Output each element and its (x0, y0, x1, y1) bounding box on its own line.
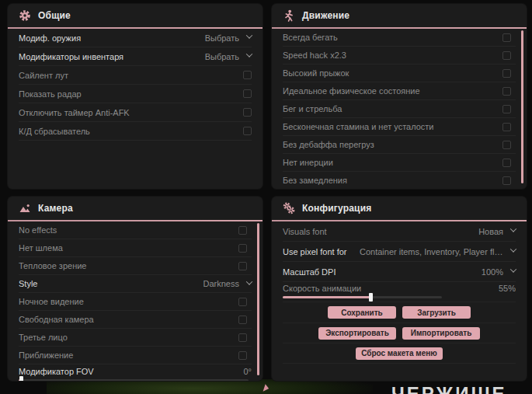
no-helmet-checkbox[interactable] (238, 244, 247, 253)
reset-menu-layout-button[interactable]: Сброс макета меню (356, 347, 443, 360)
visuals-font-dropdown[interactable]: Новая (478, 227, 516, 236)
setting-label: Модификаторы инвентаря (19, 52, 123, 61)
setting-row-third-person[interactable]: Третье лицо (19, 329, 252, 347)
inventory-mods-dropdown[interactable]: Выбрать (205, 52, 252, 61)
chevron-down-icon (246, 51, 252, 57)
speed-hack-checkbox[interactable] (502, 51, 511, 60)
save-load-row: Сохранить Загрузить (283, 302, 516, 323)
panel-camera-body: No effects Нет шлема Тепловое зрение Sty… (8, 221, 263, 381)
perfect-condition-checkbox[interactable] (502, 87, 511, 96)
setting-row-no-slowdown[interactable]: Без замедления (283, 172, 516, 189)
setting-row-speed-hack[interactable]: Speed hack x2.3 (283, 47, 516, 65)
fov-slider-handle[interactable] (19, 376, 23, 381)
setting-row-style[interactable]: Style Darkness (19, 275, 252, 293)
chevron-down-icon (510, 225, 516, 232)
panel-title: Общие (38, 10, 71, 21)
reset-layout-row: Сброс макета меню (283, 343, 516, 364)
always-run-checkbox[interactable] (502, 33, 511, 42)
setting-label: Speed hack x2.3 (283, 51, 346, 60)
dpi-scale-dropdown[interactable]: 100% (482, 267, 516, 277)
no-overload-debuff-checkbox[interactable] (502, 141, 511, 149)
setting-label: Нет шлема (19, 243, 63, 253)
setting-label: Отключить таймер Anti-AFK (19, 108, 130, 117)
setting-row-show-radar[interactable]: Показать радар (19, 85, 252, 103)
setting-row-infinite-stamina[interactable]: Бесконечная стамина и нет усталости (283, 118, 516, 136)
cooldown-reset-checkbox[interactable] (243, 127, 252, 135)
panel-general-body: Модиф. оружия Выбрать Модификаторы инвен… (8, 29, 263, 141)
run-and-shoot-checkbox[interactable] (502, 105, 511, 113)
panel-movement-header: Движение (272, 4, 527, 27)
setting-row-no-overload-debuff[interactable]: Без дебаффа перегруз (283, 136, 516, 154)
silent-loot-checkbox[interactable] (243, 71, 252, 79)
gears-icon (283, 202, 295, 214)
import-button[interactable]: Импортировать (402, 327, 480, 340)
style-dropdown[interactable]: Darkness (203, 279, 252, 288)
fov-slider[interactable] (19, 379, 249, 381)
setting-label: Модификатор FOV (19, 367, 94, 376)
setting-label: Use pixel font for (283, 247, 347, 256)
panel-movement: Движение Всегда бегать Speed hack x2.3 В… (272, 4, 527, 189)
setting-row-always-run[interactable]: Всегда бегать (283, 29, 516, 47)
setting-label: Масштаб DPI (283, 267, 336, 277)
setting-row-thermal-vision[interactable]: Тепловое зрение (19, 257, 252, 275)
watermark-text: ЧЕРЖИШЕ (391, 383, 507, 394)
setting-row-fov-modifier[interactable]: Модификатор FOV 0° (19, 364, 252, 378)
panel-title: Конфигурация (302, 203, 371, 214)
setting-row-no-inertia[interactable]: Нет инерции (283, 154, 516, 172)
export-button[interactable]: Экспортировать (318, 327, 396, 340)
dropdown-value: 100% (482, 267, 503, 277)
weapon-mod-dropdown[interactable]: Выбрать (205, 33, 252, 43)
setting-label: Третье лицо (19, 333, 68, 342)
panel-config-header: Конфигурация (272, 197, 527, 220)
setting-row-silent-loot[interactable]: Сайлент лут (19, 66, 252, 85)
animation-speed-fill (283, 296, 370, 298)
chevron-down-icon (510, 246, 516, 252)
setting-label: Сайлент лут (19, 71, 68, 80)
camera-scrollbar[interactable] (257, 223, 259, 375)
setting-row-no-effects[interactable]: No effects (19, 221, 252, 239)
setting-row-zoom[interactable]: Приближение (19, 347, 252, 364)
dropdown-value: Container items, Inventory, Player flags… (360, 247, 503, 256)
show-radar-checkbox[interactable] (243, 89, 252, 98)
panel-general-header: Общие (8, 4, 263, 27)
no-slowdown-checkbox[interactable] (502, 176, 511, 185)
setting-row-animation-speed[interactable]: Скорость анимации 55% (283, 282, 516, 295)
panel-camera-header: Камера (8, 197, 263, 220)
thermal-vision-checkbox[interactable] (238, 262, 247, 270)
setting-row-night-vision[interactable]: Ночное видение (19, 293, 252, 311)
zoom-checkbox[interactable] (238, 351, 247, 360)
setting-row-dpi-scale[interactable]: Масштаб DPI 100% (283, 262, 516, 282)
setting-label: Высокий прыжок (283, 68, 349, 78)
setting-row-run-and-shoot[interactable]: Бег и стрельба (283, 100, 516, 118)
setting-label: Нет инерции (283, 158, 333, 167)
high-jump-checkbox[interactable] (502, 69, 511, 78)
pixel-font-dropdown[interactable]: Container items, Inventory, Player flags… (360, 247, 516, 256)
image-icon (19, 202, 31, 214)
infinite-stamina-checkbox[interactable] (502, 123, 511, 131)
setting-row-anti-afk[interactable]: Отключить таймер Anti-AFK (19, 103, 252, 122)
setting-row-perfect-condition[interactable]: Идеальное физическое состояние (283, 82, 516, 100)
save-button[interactable]: Сохранить (328, 306, 396, 319)
setting-row-weapon-mod[interactable]: Модиф. оружия Выбрать (19, 29, 252, 47)
setting-label: Приближение (19, 350, 73, 360)
setting-row-high-jump[interactable]: Высокий прыжок (283, 65, 516, 82)
animation-speed-slider[interactable] (283, 296, 442, 298)
third-person-checkbox[interactable] (238, 333, 247, 342)
setting-row-no-helmet[interactable]: Нет шлема (19, 239, 252, 257)
load-button[interactable]: Загрузить (402, 306, 471, 319)
setting-row-free-camera[interactable]: Свободная камера (19, 311, 252, 329)
animation-speed-handle[interactable] (369, 293, 373, 302)
night-vision-checkbox[interactable] (238, 298, 247, 306)
free-camera-checkbox[interactable] (238, 316, 247, 324)
setting-row-inventory-mods[interactable]: Модификаторы инвентаря Выбрать (19, 47, 252, 66)
movement-scrollbar[interactable] (521, 30, 523, 183)
no-inertia-checkbox[interactable] (502, 159, 511, 167)
no-effects-checkbox[interactable] (238, 226, 247, 235)
setting-row-pixel-font[interactable]: Use pixel font for Container items, Inve… (283, 242, 516, 262)
anti-afk-checkbox[interactable] (243, 108, 252, 117)
setting-label: К/Д сбрасыватель (19, 127, 90, 136)
setting-label: Бесконечная стамина и нет усталости (283, 122, 434, 131)
setting-row-visuals-font[interactable]: Visuals font Новая (283, 221, 516, 242)
panel-config: Конфигурация Visuals font Новая Use pixe… (272, 197, 527, 381)
setting-row-cooldown-reset[interactable]: К/Д сбрасыватель (19, 122, 252, 141)
